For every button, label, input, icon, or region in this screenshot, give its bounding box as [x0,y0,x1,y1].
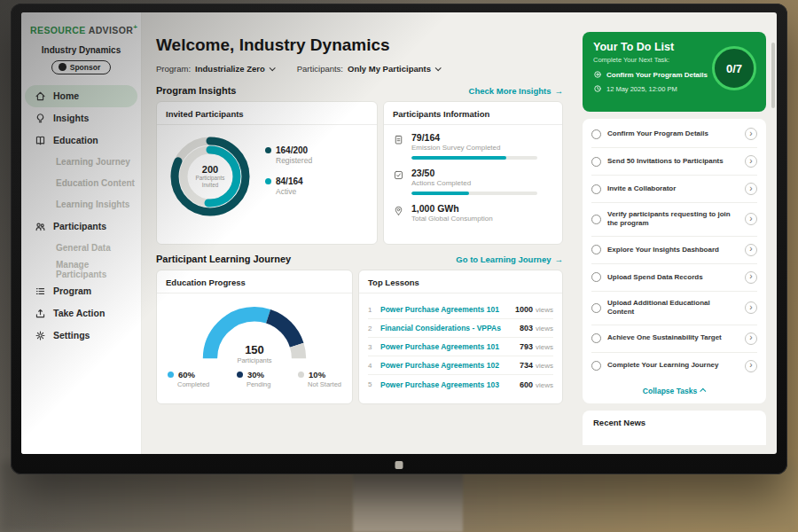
task-row[interactable]: Complete Your Learning Journey › [591,353,757,379]
recent-news-header: Recent News [583,411,766,445]
sidebar-item-participants[interactable]: Participants [25,215,137,238]
legend-not-started: 10% Not Started [298,370,341,388]
chevron-right-icon[interactable]: › [745,244,757,256]
task-row[interactable]: Achieve One Sustainability Target › [591,325,757,353]
chevron-down-icon [269,65,275,71]
todo-panel: Your To Do List Complete Your Next Task:… [574,12,777,454]
chevron-right-icon[interactable]: › [745,332,757,345]
chevron-right-icon[interactable]: › [745,183,757,195]
program-filter[interactable]: Program: Industrialize Zero [156,64,274,74]
lesson-link[interactable]: Power Purchase Agreements 101 [380,342,520,351]
task-checkbox[interactable] [591,129,601,139]
chevron-down-icon [435,65,442,71]
task-row[interactable]: Invite a Collaborator › [591,176,757,203]
task-row[interactable]: Upload Spend Data Records › [591,264,757,292]
list-icon [35,286,46,297]
todo-header-card: Your To Do List Complete Your Next Task:… [583,32,766,112]
chevron-right-icon[interactable]: › [745,213,757,225]
sidebar-item-learning-insights[interactable]: Learning Insights [21,194,141,215]
check-more-insights-link[interactable]: Check More Insights → [469,86,563,96]
legend-dot [265,147,271,153]
lesson-row: 1 Power Purchase Agreements 101 1000view… [368,301,553,319]
sidebar-item-general-data[interactable]: General Data [21,238,141,259]
task-checkbox[interactable] [591,272,601,282]
invited-participants-card: Invited Participants 200 Partic [156,101,378,245]
progress-bar [411,192,537,195]
lesson-row: 2 Financial Considerations - VPPAs 803vi… [368,319,553,338]
lesson-link[interactable]: Financial Considerations - VPPAs [380,324,520,332]
home-icon [35,90,46,102]
task-row[interactable]: Verify participants requesting to join t… [591,203,757,237]
legend-active: 84/164 Active [265,176,312,196]
sidebar-item-settings[interactable]: Settings [25,325,137,347]
clock-icon [593,84,602,93]
sidebar-item-take-action[interactable]: Take Action [25,302,137,325]
gauge-legend: 60% Completed 30% Pending 10% Not Starte… [166,370,343,388]
sidebar-nav: Home Insights Education Learning Journey… [21,85,141,347]
sidebar-item-program[interactable]: Program [25,280,137,302]
legend-dot [265,178,271,184]
monitor-logo [395,461,403,469]
sidebar: RESOURCE ADVISOR+ Industry Dynamics Spon… [21,12,142,454]
chevron-right-icon[interactable]: › [745,301,757,314]
task-list: Confirm Your Program Details › Send 50 I… [583,119,766,403]
progress-badge: 0/7 [712,46,756,90]
lightbulb-icon [35,113,46,124]
sidebar-item-manage-participants[interactable]: Manage Participants [21,259,141,280]
legend-dot [168,372,174,378]
donut-legend: 164/200 Registered 84/164 Active [265,145,312,207]
arrow-right-icon: → [555,86,564,96]
collapse-tasks-link[interactable]: Collapse Tasks [591,379,757,403]
filter-bar: Program: Industrialize Zero Participants… [156,64,563,74]
lesson-row: 5 Power Purchase Agreements 103 600views [368,375,553,394]
photo-background: { "theme": { "brand_green": "#2f9e4d", "… [0,0,798,532]
organization-name: Industry Dynamics [21,45,141,55]
task-checkbox[interactable] [591,333,601,343]
task-checkbox[interactable] [591,245,601,254]
task-checkbox[interactable] [591,215,601,224]
sidebar-item-home[interactable]: Home [25,85,137,107]
book-icon [35,135,46,146]
task-checkbox[interactable] [591,303,601,313]
scrollbar[interactable] [771,43,775,108]
sponsor-badge[interactable]: Sponsor [51,60,111,74]
sidebar-item-learning-journey[interactable]: Learning Journey [21,152,141,173]
chevron-right-icon[interactable]: › [745,271,757,284]
arrow-right-icon: → [555,254,564,264]
main-content: Welcome, Industry Dynamics Program: Indu… [142,12,574,454]
task-checkbox[interactable] [591,184,601,194]
page-title: Welcome, Industry Dynamics [156,35,563,55]
location-pin-icon [393,205,404,216]
next-task[interactable]: Confirm Your Program Details [593,70,717,79]
target-icon [593,70,602,79]
lesson-link[interactable]: Power Purchase Agreements 103 [380,380,520,389]
task-checkbox[interactable] [591,157,601,167]
task-row[interactable]: Upload Additional Educational Content › [591,292,757,325]
chevron-right-icon[interactable]: › [745,360,757,372]
participants-information-card: Participants Information 79/164 Emission… [383,101,563,245]
upload-icon [35,308,46,319]
chevron-right-icon[interactable]: › [745,128,757,140]
chevron-right-icon[interactable]: › [745,155,757,168]
progress-bar [411,156,537,160]
clipboard-icon [393,134,404,145]
legend-completed: 60% Completed [168,370,209,388]
people-icon [35,221,46,232]
lesson-link[interactable]: Power Purchase Agreements 101 [380,305,515,314]
education-progress-gauge: 150 Participants [196,301,313,366]
lesson-link[interactable]: Power Purchase Agreements 102 [380,361,520,370]
education-progress-card: Education Progress 150 Participants [156,270,353,404]
sidebar-item-insights[interactable]: Insights [25,107,137,129]
sidebar-item-education[interactable]: Education [25,129,137,152]
go-to-learning-journey-link[interactable]: Go to Learning Journey → [456,254,563,264]
legend-dot [298,372,304,378]
task-checkbox[interactable] [591,361,601,371]
task-row[interactable]: Send 50 Invitations to Participants › [591,148,757,176]
sidebar-item-education-content[interactable]: Education Content [21,173,141,194]
app-logo: RESOURCE ADVISOR+ [21,23,141,35]
task-row[interactable]: Confirm Your Program Details › [591,121,757,148]
top-lessons-card: Top Lessons 1 Power Purchase Agreements … [358,270,563,404]
stat-emission-survey: 79/164 Emission Survey Completed [393,132,553,160]
participants-filter[interactable]: Participants: Only My Participants [297,64,440,74]
task-row[interactable]: Explore Your Insights Dashboard › [591,237,757,264]
